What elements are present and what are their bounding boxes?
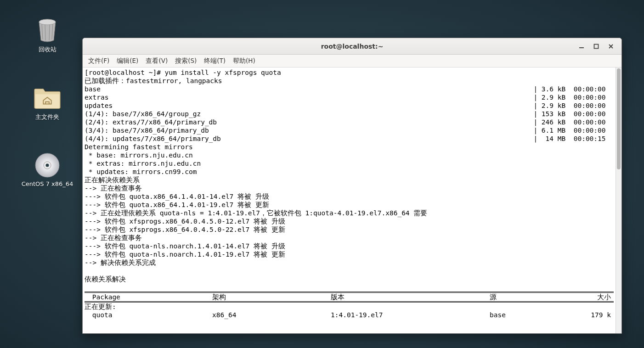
desktop-icon-label: 回收站	[27, 45, 68, 54]
desktop-icon-dvd[interactable]: CentOS 7 x86_64	[21, 152, 73, 187]
vertical-scrollbar[interactable]	[616, 67, 621, 333]
desktop-icon-label: CentOS 7 x86_64	[21, 180, 73, 187]
menu-help[interactable]: 帮助(H)	[229, 56, 259, 67]
menu-terminal[interactable]: 终端(T)	[200, 56, 229, 67]
svg-rect-10	[594, 45, 599, 49]
desktop-icon-home[interactable]: 主文件夹	[27, 85, 68, 121]
svg-point-5	[39, 19, 56, 25]
menu-search[interactable]: 搜索(S)	[171, 56, 200, 67]
desktop-icon-label: 主文件夹	[27, 113, 68, 121]
desktop-icon-trash[interactable]: 回收站	[27, 17, 68, 54]
window-controls	[577, 38, 618, 55]
folder-home-icon	[34, 85, 61, 110]
trash-icon	[34, 17, 61, 43]
titlebar[interactable]: root@localhost:~	[83, 38, 621, 55]
window-title: root@localhost:~	[83, 43, 621, 50]
menu-edit[interactable]: 编辑(E)	[113, 56, 142, 67]
minimize-button[interactable]	[577, 42, 586, 51]
disc-icon	[34, 152, 61, 178]
menu-view[interactable]: 查看(V)	[142, 56, 171, 67]
close-button[interactable]	[607, 42, 615, 51]
maximize-button[interactable]	[592, 42, 600, 51]
svg-point-8	[46, 163, 49, 167]
menubar: 文件(F) 编辑(E) 查看(V) 搜索(S) 终端(T) 帮助(H)	[83, 55, 621, 67]
terminal-window: root@localhost:~ 文件(F) 编辑(E) 查看(V) 搜索(S)…	[82, 38, 622, 334]
scrollbar-thumb[interactable]	[617, 68, 621, 169]
terminal-output[interactable]: [root@localhost ~]# yum install -y xfspr…	[83, 67, 616, 333]
menu-file[interactable]: 文件(F)	[85, 56, 113, 67]
